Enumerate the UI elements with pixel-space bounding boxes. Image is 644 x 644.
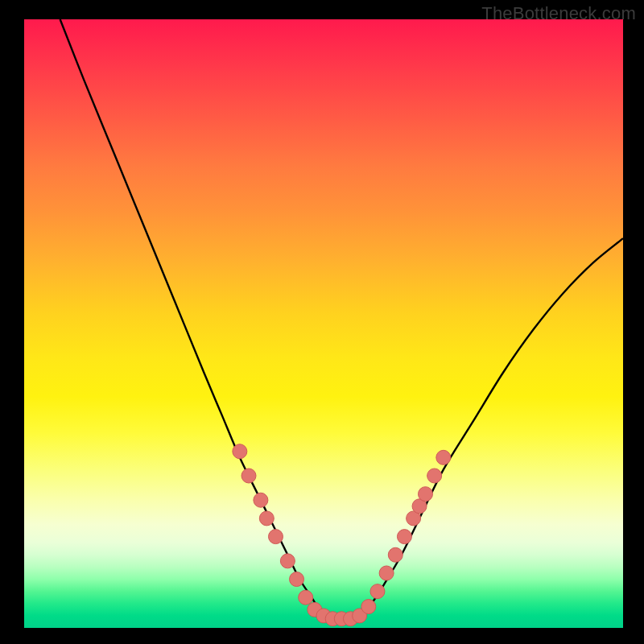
marker-group — [233, 444, 451, 626]
curve-marker — [370, 584, 385, 599]
curve-marker — [427, 469, 442, 483]
curve-marker — [436, 450, 451, 464]
chart-svg — [24, 19, 623, 628]
curve-marker — [259, 511, 274, 526]
plot-area — [24, 19, 623, 628]
curve-marker — [280, 554, 295, 568]
curve-marker — [361, 600, 376, 614]
curve-marker — [379, 566, 394, 580]
curve-marker — [268, 530, 283, 544]
curve-marker — [388, 547, 402, 562]
chart-frame: TheBottleneck.com — [0, 0, 644, 644]
curve-marker — [397, 530, 411, 544]
bottleneck-curve — [60, 19, 623, 622]
curve-marker — [299, 590, 313, 605]
curve-marker — [418, 487, 432, 502]
curve-marker — [242, 469, 256, 483]
curve-marker — [233, 444, 247, 459]
curve-marker — [254, 493, 268, 507]
curve-marker — [290, 572, 304, 587]
